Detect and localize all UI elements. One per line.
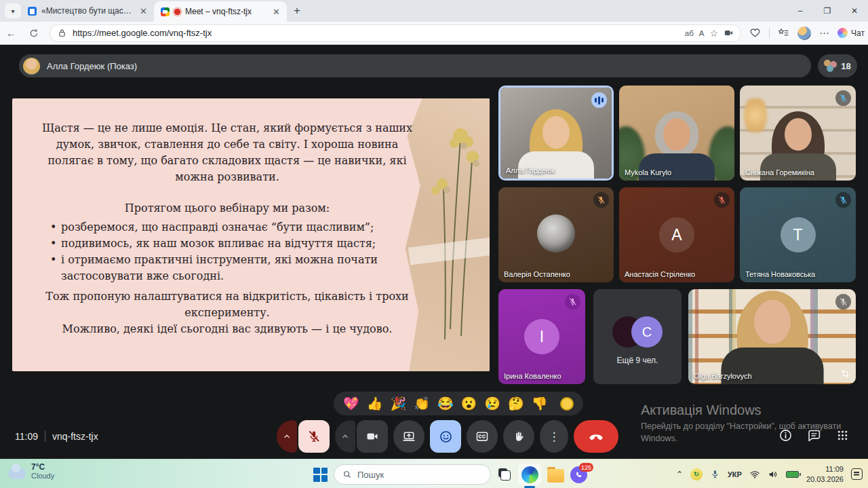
camera-icon[interactable]: [724, 28, 734, 38]
maximize-button[interactable]: ❐: [814, 0, 841, 22]
battery-icon[interactable]: [786, 471, 799, 478]
reaction-button[interactable]: 🎉: [390, 397, 406, 410]
url-text[interactable]: https://meet.google.com/vnq-ftsz-tjx: [73, 28, 679, 38]
reaction-button[interactable]: 🤔: [508, 397, 524, 410]
tray-mic-icon[interactable]: [710, 469, 720, 479]
participant-tile[interactable]: Mykola Kurylo: [619, 86, 734, 181]
presenter-label: Алла Гордеюк (Показ): [47, 61, 137, 71]
crop-icon[interactable]: [840, 369, 850, 379]
tab-search-button[interactable]: ▾: [5, 3, 21, 18]
tab-recording-indicator: [174, 9, 180, 15]
browser-menu-button[interactable]: ⋯: [819, 27, 829, 39]
overflow-avatars: C: [612, 316, 663, 348]
language-indicator[interactable]: УКР: [728, 470, 742, 478]
reaction-button[interactable]: 😮: [461, 397, 477, 410]
speaking-indicator-icon: [591, 92, 607, 108]
participant-tile[interactable]: Т Тетяна Новаковська: [740, 187, 856, 282]
camera-options-button[interactable]: [335, 420, 355, 453]
favorite-star-icon[interactable]: ☆: [709, 28, 718, 39]
tray-expand-icon[interactable]: ⌃: [676, 470, 683, 479]
skin-tone-button[interactable]: [560, 397, 574, 411]
read-aloud-icon[interactable]: A: [699, 29, 705, 37]
captions-button[interactable]: [467, 420, 498, 453]
divider: [45, 431, 45, 442]
start-button[interactable]: [313, 468, 328, 482]
task-view-button[interactable]: [497, 467, 512, 482]
participant-name: Olga Barzylovych: [694, 372, 752, 380]
meeting-info: 11:09 vnq-ftsz-tjx: [15, 431, 98, 442]
reactions-button[interactable]: [430, 420, 461, 453]
browser-tab-strip: ▾ «Мистецтво бути щасливим: пра ✕ Meet –…: [0, 0, 868, 22]
site-security-icon[interactable]: [57, 28, 67, 38]
mic-options-button[interactable]: [277, 420, 297, 453]
slide-paragraph: Тож пропоную налаштуватися на відкритіст…: [35, 288, 419, 321]
toolbar-divider: [769, 28, 770, 39]
notification-center-icon[interactable]: [851, 468, 863, 480]
browser-tab-calendar[interactable]: «Мистецтво бути щасливим: пра ✕: [21, 0, 154, 22]
participant-tile[interactable]: Валерія Остапенко: [498, 187, 614, 282]
participant-name: Валерія Остапенко: [504, 270, 570, 278]
participant-tile[interactable]: Olga Barzylovych: [688, 289, 856, 384]
browser-tab-meet[interactable]: Meet – vnq-ftsz-tjx ✕: [154, 1, 287, 22]
participants-pill[interactable]: 18: [818, 54, 857, 77]
reaction-button[interactable]: 👏: [414, 397, 430, 410]
participant-tile[interactable]: А Анастасія Стріленко: [619, 187, 734, 282]
participant-tile[interactable]: Сніжана Горемикіна: [740, 86, 856, 181]
participant-name: Алла Гордеюк: [506, 166, 555, 174]
more-options-button[interactable]: ⋮: [540, 420, 568, 453]
initial-avatar: І: [524, 319, 559, 354]
search-placeholder: Пошук: [357, 470, 384, 480]
copilot-label: Чат: [851, 29, 865, 38]
copilot-button[interactable]: Чат: [837, 28, 865, 38]
back-button[interactable]: ←: [0, 27, 22, 39]
slide-bullet: подивимось, як наш мозок впливає на відч…: [50, 236, 419, 252]
more-participants-tile[interactable]: C Ещё 9 чел.: [593, 289, 682, 384]
tab-close-icon[interactable]: ✕: [138, 6, 149, 16]
refresh-button[interactable]: [22, 28, 45, 39]
participant-name: Mykola Kurylo: [625, 168, 671, 176]
tab-title: «Мистецтво бути щасливим: пра: [41, 6, 134, 16]
clock[interactable]: 11:09 20.03.2026: [806, 464, 844, 485]
meet-page: Алла Гордеюк (Показ) 18: [0, 45, 868, 459]
present-button[interactable]: [393, 420, 425, 453]
weather-widget[interactable]: 7°C Cloudy: [8, 462, 54, 480]
tab-close-icon[interactable]: ✕: [271, 7, 281, 17]
edge-taskbar-button[interactable]: [518, 464, 541, 485]
participant-name: Сніжана Горемикіна: [745, 168, 814, 176]
camera-button[interactable]: [357, 420, 388, 453]
avatar: [537, 214, 575, 252]
reaction-button[interactable]: 💖: [343, 397, 359, 410]
browser-essentials-icon[interactable]: [749, 27, 761, 39]
volume-icon[interactable]: [768, 469, 778, 480]
presentation-slide[interactable]: Щастя — це не лише емоція. Це стан, який…: [12, 98, 490, 371]
favorites-icon[interactable]: [778, 27, 789, 39]
weather-temperature: 7°C: [31, 462, 54, 472]
end-call-button[interactable]: [574, 420, 618, 453]
file-explorer-icon[interactable]: [547, 469, 564, 483]
more-participants-label: Ещё 9 чел.: [593, 356, 682, 365]
copilot-icon: [837, 28, 848, 38]
reaction-button[interactable]: 😂: [437, 397, 454, 410]
window-close-button[interactable]: ✕: [841, 0, 868, 22]
initial-avatar: C: [631, 316, 663, 348]
wifi-icon[interactable]: [749, 469, 760, 480]
reaction-button[interactable]: 😢: [484, 397, 500, 410]
raise-hand-button[interactable]: [503, 420, 534, 453]
participant-tile[interactable]: І Ірина Коваленко: [498, 289, 585, 384]
new-tab-button[interactable]: +: [294, 4, 300, 18]
antivirus-tray-icon[interactable]: ↻: [690, 468, 703, 481]
search-box[interactable]: Пошук: [334, 464, 491, 485]
meeting-code: vnq-ftsz-tjx: [52, 431, 98, 442]
weather-condition: Cloudy: [31, 472, 54, 480]
reaction-button[interactable]: 👍: [367, 397, 383, 410]
viber-taskbar-button[interactable]: 125: [570, 466, 587, 483]
initial-avatar: А: [659, 217, 694, 252]
address-bar[interactable]: https://meet.google.com/vnq-ftsz-tjx aб …: [50, 24, 741, 42]
profile-avatar[interactable]: [797, 26, 811, 40]
reaction-button[interactable]: 👎: [532, 397, 548, 410]
mute-button[interactable]: [298, 420, 330, 453]
participant-tile[interactable]: Алла Гордеюк: [498, 86, 614, 181]
presenter-bar[interactable]: Алла Гордеюк (Показ): [19, 54, 811, 77]
translate-icon[interactable]: aб: [685, 29, 694, 37]
minimize-button[interactable]: –: [787, 0, 814, 22]
